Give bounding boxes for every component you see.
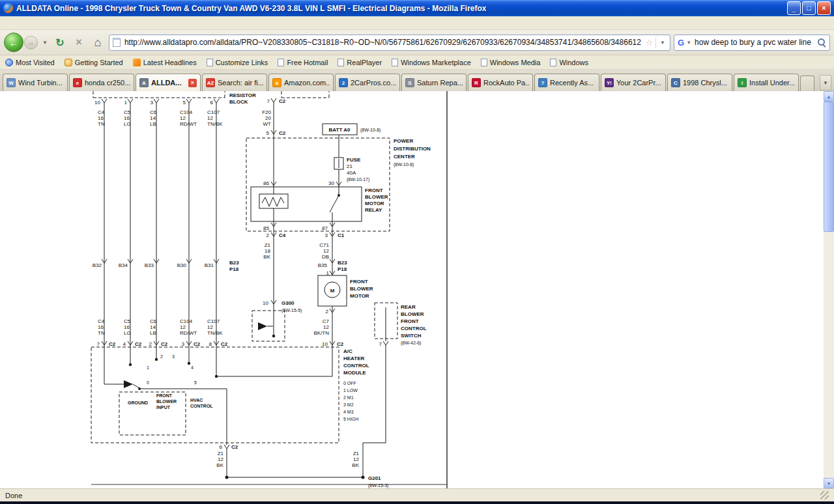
bookmark-item[interactable]: Most Visited [5,59,55,66]
diagram-label: C4 [98,109,105,115]
bookmark-item[interactable]: Latest Headlines [133,59,197,66]
tab[interactable]: a Amazon.com... [268,74,334,91]
minimize-button[interactable]: _ [787,1,801,15]
diagram-label: B32 [93,262,102,268]
tab-label: Saturn Repa... [417,79,463,87]
diagram-label: 0 OFF [343,381,356,385]
tab-favicon: e [73,78,82,87]
tab[interactable]: AZ Search: air fi... [202,74,267,91]
bookmark-item[interactable]: Getting Started [65,59,123,66]
diagram-label: GROUND [128,400,148,405]
tab[interactable]: Y! Your 2CarPr... [601,74,666,91]
menu-item[interactable] [38,21,48,24]
diagram-label: REAR [401,304,416,310]
menu-item[interactable] [11,21,20,24]
diagram-label: 3 M2 [343,402,354,407]
diagram-label: MOTOR [365,201,384,206]
tab-close-button[interactable]: × [188,79,197,87]
menu-item[interactable] [2,21,11,24]
tab[interactable]: e honda cr250... [69,74,134,91]
bookmark-label: RealPlayer [347,59,382,66]
diagram-label: 4 [123,341,126,347]
url-separator [655,37,656,48]
close-button[interactable]: × [817,1,831,15]
scroll-up-button[interactable]: ▲ [824,91,834,102]
google-icon[interactable]: G [678,38,684,48]
title-bar: ALLDATA Online - 1998 Chrysler Truck Tow… [0,0,834,16]
menu-item[interactable] [57,21,66,24]
search-engine-dropdown-icon[interactable]: ▼ [686,40,691,46]
diagram-label: DISTRIBUTION [394,146,431,152]
diagram-label: BLOWER [350,286,373,292]
diagram-label: 20 [265,115,271,121]
search-magnifier-icon[interactable] [817,38,826,47]
bookmark-item[interactable]: Customize Links [207,59,268,66]
scrollbar-thumb[interactable] [824,102,834,232]
refresh-button[interactable]: ↻ [52,35,68,50]
switch-inner-outline [119,392,186,435]
diagram-label: M [330,288,335,294]
search-input[interactable] [693,37,815,48]
tab-favicon: AZ [206,78,215,87]
diagram-label: DB [322,254,329,260]
browser-window: ALLDATA Online - 1998 Chrysler Truck Tow… [0,0,834,504]
menu-item[interactable] [29,21,38,24]
url-dropdown-icon[interactable]: ▼ [659,40,667,46]
diagram-label: WT [263,121,272,127]
diagram-label: MODULE [343,370,366,376]
diagram-label: 16 [98,324,104,330]
diagram-label: 16 [98,115,104,121]
tab-label: Amazon.com... [284,79,330,87]
bookmark-item[interactable]: Windows Marketplace [392,59,471,66]
tab[interactable]: W Wind Turbin... [3,74,68,91]
resize-grip[interactable] [820,491,829,499]
home-button[interactable]: ⌂ [90,35,106,50]
diagram-label: C4 [279,232,286,238]
new-tab-button[interactable] [800,76,814,91]
stop-button[interactable]: × [71,35,87,50]
bookmark-star-icon[interactable]: ☆ [645,38,653,48]
scrollbar-track[interactable] [824,232,834,478]
menu-item[interactable] [20,21,29,24]
tab[interactable]: A ALLDA... × [136,74,201,91]
wiring-diagram: RESISTORBLOCK1013567C2C416TNC516LGC614LB… [0,91,456,488]
forward-button[interactable]: → [24,36,38,49]
diagram-label: 5 [194,380,197,385]
list-all-tabs-button[interactable]: ▼ [820,75,831,91]
diagram-label: FRONT [350,279,368,285]
diagram-label: SWITCH [401,333,422,339]
tab[interactable]: R RockAuto Pa... [468,74,533,91]
bookmark-item[interactable]: Free Hotmail [278,59,328,66]
vertical-scrollbar[interactable]: ▲ ▼ [824,91,834,488]
menu-item[interactable] [48,21,57,24]
bookmark-item[interactable]: Windows Media [481,59,541,66]
ac-heater-control-module-outline [91,347,339,443]
bookmark-item[interactable]: Windows [550,59,588,66]
resistor-block-outline [93,91,225,98]
diagram-label: P18 [338,266,347,272]
diagram-label: FRONT [365,188,383,193]
diagram-label: POWER [394,138,413,144]
tab-favicon: I [738,78,747,87]
scroll-down-button[interactable]: ▼ [824,478,834,488]
diagram-label: 3 [325,232,328,238]
bookmark-label: Windows Marketplace [401,59,471,66]
history-dropdown-icon[interactable]: ▼ [41,40,49,46]
diagram-label: 7 [97,341,100,347]
diagram-label: FRONT [156,393,173,398]
back-button[interactable]: ← [4,33,23,52]
tab[interactable]: S Saturn Repa... [401,74,467,91]
tab[interactable]: ? Recently As... [534,74,599,91]
bookmark-item[interactable]: RealPlayer [338,59,382,66]
tab[interactable]: I Install Under... [734,74,799,91]
diagram-label: F20 [262,109,271,115]
diagram-label: 7 [267,98,270,104]
tab[interactable]: 2 2CarPros.co... [335,74,400,91]
tab-label: Recently As... [550,79,596,87]
diagram-label: LB [150,330,156,336]
tab[interactable]: C 1998 Chrysl... [667,74,732,91]
maximize-button[interactable]: □ [802,1,816,15]
tab-label: honda cr250... [85,79,130,87]
url-input[interactable] [123,37,643,48]
diagram-label: 3 [151,100,154,105]
